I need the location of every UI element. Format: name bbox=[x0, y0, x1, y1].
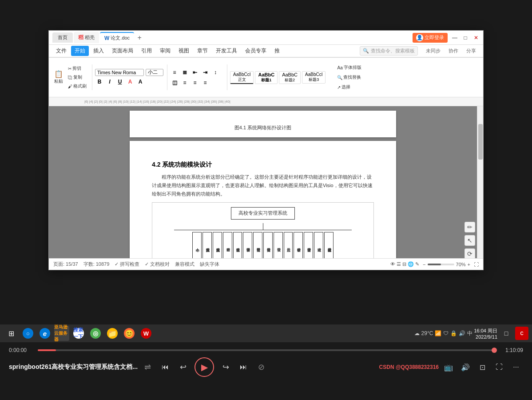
justify-button[interactable]: ≡ bbox=[201, 78, 210, 87]
share[interactable]: 分享 bbox=[463, 46, 480, 56]
menu-page-layout[interactable]: 页面布局 bbox=[108, 46, 137, 56]
list-bullet-button[interactable]: ≡ bbox=[170, 68, 179, 77]
prev-button[interactable]: ⏮ bbox=[157, 359, 173, 375]
maximize-button[interactable]: □ bbox=[462, 34, 469, 41]
format-painter-button[interactable]: 🖌 格式刷 bbox=[66, 82, 88, 90]
tool-1[interactable]: ⟳ bbox=[465, 248, 475, 258]
underline-button[interactable]: U bbox=[115, 77, 124, 86]
font-size-input[interactable] bbox=[146, 69, 163, 76]
tab-daozhuang[interactable]: 稻 稻壳 bbox=[74, 32, 99, 43]
font-missing[interactable]: 缺失字体 bbox=[200, 261, 219, 268]
list-number-button[interactable]: ≣ bbox=[180, 68, 189, 77]
indent-increase-button[interactable]: ⇥ bbox=[201, 68, 210, 77]
diagram-root-box: 高校专业实习管理系统 bbox=[231, 207, 295, 220]
indent-decrease-button[interactable]: ⇤ bbox=[191, 68, 199, 77]
tab-add-button[interactable]: + bbox=[135, 33, 144, 42]
spell-check[interactable]: ✓ 拼写检查 bbox=[115, 261, 139, 268]
notification-button[interactable]: □ bbox=[499, 326, 514, 341]
font-color-button[interactable]: A bbox=[126, 77, 135, 86]
progress-track[interactable] bbox=[38, 349, 494, 351]
taskbar-emoji[interactable]: 😊 bbox=[122, 326, 137, 341]
back10-button[interactable]: ↩ bbox=[175, 359, 191, 375]
italic-button[interactable]: I bbox=[105, 77, 114, 86]
play-button[interactable]: ▶ bbox=[195, 357, 214, 377]
login-button[interactable]: 👤 立即登录 bbox=[413, 33, 448, 43]
wps-icon: W bbox=[141, 328, 151, 339]
format-painter-icon: 🖌 bbox=[68, 84, 72, 89]
taskbar-edge[interactable]: e bbox=[37, 326, 52, 341]
emoji-icon: 😊 bbox=[124, 328, 135, 339]
style-h2[interactable]: AaBbC标题2 bbox=[279, 71, 301, 84]
menu-vip[interactable]: 会员专享 bbox=[242, 46, 270, 56]
font-typeset-button[interactable]: Aa 字体排版 bbox=[335, 64, 363, 72]
tool-cursor[interactable]: ↖ bbox=[465, 235, 475, 246]
menu-file[interactable]: 文件 bbox=[52, 46, 70, 56]
zoom-out-button[interactable]: − bbox=[423, 262, 425, 267]
menu-review[interactable]: 审阅 bbox=[156, 46, 174, 56]
ruler: |6| |4| |2| |0| |2| |4| |6| |8| |10| |12… bbox=[49, 97, 483, 106]
paste-icon: 📋 bbox=[54, 71, 63, 78]
cloud-sync[interactable]: 未同步 bbox=[422, 46, 444, 56]
sort-button[interactable]: ↕ bbox=[211, 68, 220, 77]
taskbar-search[interactable]: ○ bbox=[20, 326, 36, 341]
menu-search[interactable]: 🔍 查找命令、搜索模板 bbox=[360, 46, 418, 56]
menu-dev[interactable]: 开发工具 bbox=[212, 46, 241, 56]
menu-chapter[interactable]: 章节 bbox=[194, 46, 211, 56]
shuffle-button[interactable]: ⇌ bbox=[139, 359, 155, 375]
volume-button[interactable]: 🔊 bbox=[458, 360, 472, 374]
vertical-scrollbar[interactable] bbox=[477, 106, 483, 258]
bold-button[interactable]: B bbox=[95, 77, 104, 86]
taskbar-wps[interactable]: W bbox=[139, 326, 154, 341]
align-center-button[interactable]: ≡ bbox=[180, 78, 189, 87]
doc-check[interactable]: ✓ 文档校对 bbox=[145, 261, 170, 268]
taskbar-360[interactable]: ◎ bbox=[88, 326, 103, 341]
select-button[interactable]: ↗ 选择 bbox=[335, 83, 363, 91]
align-right-button[interactable]: ≡ bbox=[191, 78, 199, 87]
style-h1[interactable]: AaBbC标题1 bbox=[255, 71, 278, 84]
font-name-input[interactable] bbox=[95, 69, 144, 76]
style-normal[interactable]: AaBbCcI正文 bbox=[230, 71, 254, 84]
time-total: 1:10:09 bbox=[499, 347, 523, 353]
child-5: 系统公告管理 bbox=[233, 232, 242, 258]
minimize-button[interactable]: — bbox=[451, 34, 458, 41]
baidu-icon: 搜索一下 bbox=[73, 328, 84, 339]
close-button[interactable]: ✕ bbox=[472, 34, 480, 41]
next-button[interactable]: ⏭ bbox=[235, 359, 251, 375]
align-left-button[interactable]: ◫ bbox=[170, 78, 179, 87]
taskbar-files[interactable]: 📁 bbox=[105, 326, 120, 341]
menu-more[interactable]: 推 bbox=[271, 46, 283, 56]
more-options-button[interactable]: ··· bbox=[509, 360, 523, 374]
controls-row: springboot261高校专业实习管理系统含文档... ⇌ ⏮ ↩ ▶ ↪ … bbox=[0, 355, 532, 380]
scroll-thumb[interactable] bbox=[478, 124, 483, 160]
quality-button[interactable]: 📺 bbox=[441, 360, 456, 374]
taskbar-amazon[interactable]: 亚马逊云服务器 bbox=[54, 326, 69, 341]
title-bar: 首页 稻 稻壳 W 论文.doc + 👤 立即登录 — □ ✕ bbox=[49, 31, 483, 45]
menu-insert[interactable]: 插入 bbox=[90, 46, 107, 56]
view-mode[interactable]: 兼容模式 bbox=[175, 261, 195, 268]
forward10-button[interactable]: ↪ bbox=[218, 359, 234, 375]
menu-view[interactable]: 视图 bbox=[175, 46, 193, 56]
style-h3[interactable]: AaBbCcI标题3 bbox=[302, 71, 326, 84]
highlight-button[interactable]: A bbox=[136, 77, 145, 86]
taskbar-baidu[interactable]: 搜索一下 bbox=[71, 326, 86, 341]
cut-button[interactable]: ✂ 剪切 bbox=[66, 64, 88, 72]
progress-thumb[interactable] bbox=[492, 348, 497, 353]
menu-start[interactable]: 开始 bbox=[71, 46, 89, 56]
search-icon: 🔍 bbox=[363, 48, 369, 54]
cooperate[interactable]: 协作 bbox=[445, 46, 462, 56]
menu-references[interactable]: 引用 bbox=[138, 46, 155, 56]
csdn-icon[interactable]: C bbox=[515, 327, 528, 340]
tab-doc[interactable]: W 论文.doc bbox=[100, 32, 134, 43]
tool-edit[interactable]: ✏ bbox=[465, 222, 475, 232]
find-replace-button[interactable]: 🔍 查找替换 bbox=[335, 73, 363, 81]
start-button[interactable]: ⊞ bbox=[4, 326, 19, 341]
windows-icon: ⊞ bbox=[8, 329, 14, 338]
fullscreen-button[interactable]: ⛶ bbox=[474, 262, 479, 267]
no-loop-button[interactable]: ⊘ bbox=[253, 359, 269, 375]
fullscreen-video-button[interactable]: ⛶ bbox=[492, 360, 506, 374]
tab-home[interactable]: 首页 bbox=[52, 32, 73, 43]
paste-button[interactable]: 📋 粘贴 bbox=[52, 70, 65, 85]
zoom-in-button[interactable]: + bbox=[468, 262, 470, 267]
copy-button[interactable]: ⿻ 复制 bbox=[66, 73, 88, 81]
pip-button[interactable]: ⊡ bbox=[475, 360, 489, 374]
